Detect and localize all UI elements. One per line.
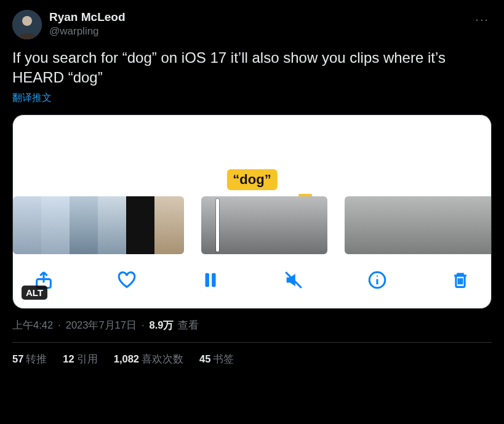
clip-thumbnail-group [201,196,328,254]
meta-views-count[interactable]: 8.9万 [150,319,174,332]
display-name[interactable]: Ryan McLeod [49,10,126,25]
clip-thumbnail-group [13,196,184,254]
pause-icon [200,270,221,290]
info-icon [367,270,388,290]
svg-point-1 [22,16,32,26]
caption-row: “dog” [13,169,491,196]
more-icon[interactable]: ··· [473,10,492,29]
svg-rect-4 [212,273,215,287]
media-inner: “dog” [13,115,491,308]
avatar-placeholder-icon [12,10,42,39]
mute-button[interactable] [281,268,306,292]
translate-link[interactable]: 翻译推文 [12,92,492,105]
svg-rect-3 [205,273,209,287]
stat-likes[interactable]: 1,082喜欢次数 [114,353,183,366]
stat-quotes[interactable]: 12引用 [63,353,97,366]
video-scrubber[interactable] [13,196,491,254]
stat-quotes-count: 12 [63,353,74,364]
stat-retweets-label: 转推 [26,353,47,364]
video-toolbar [13,254,491,308]
svg-point-8 [376,275,377,276]
stat-bookmarks[interactable]: 45书签 [199,353,234,366]
like-button[interactable] [114,268,139,292]
tweet-meta: 上午4:42 · 2023年7月17日 · 8.9万 查看 [12,319,492,332]
trash-icon [450,270,471,290]
stat-retweets-count: 57 [12,353,23,364]
heart-icon [116,270,137,290]
media-card[interactable]: “dog” [12,114,492,309]
delete-button[interactable] [448,268,473,292]
alt-badge[interactable]: ALT [22,286,47,300]
stat-bookmarks-count: 45 [199,353,210,364]
stat-likes-label: 喜欢次数 [142,353,183,364]
tweet-text: If you search for “dog” on iOS 17 it’ll … [12,48,492,88]
stat-retweets[interactable]: 57转推 [12,353,47,366]
stat-quotes-label: 引用 [77,353,98,364]
audio-caption-pill: “dog” [226,169,277,190]
stat-bookmarks-label: 书签 [213,353,234,364]
stats-row: 57转推 12引用 1,082喜欢次数 45书签 [12,343,492,366]
meta-time[interactable]: 上午4:42 [12,319,53,332]
stat-likes-count: 1,082 [114,353,139,364]
pause-button[interactable] [198,268,223,292]
clip-thumbnail-group [345,196,491,254]
avatar[interactable] [12,10,42,39]
scrubber-playhead[interactable] [216,199,219,252]
meta-date[interactable]: 2023年7月17日 [66,319,137,332]
mute-icon [283,270,304,290]
tweet-container: Ryan McLeod @warpling ··· If you search … [0,0,504,366]
meta-views-label: 查看 [178,319,199,332]
handle[interactable]: @warpling [49,25,126,38]
info-button[interactable] [365,268,390,292]
author-block: Ryan McLeod @warpling [49,10,126,38]
tweet-header: Ryan McLeod @warpling ··· [12,10,492,39]
